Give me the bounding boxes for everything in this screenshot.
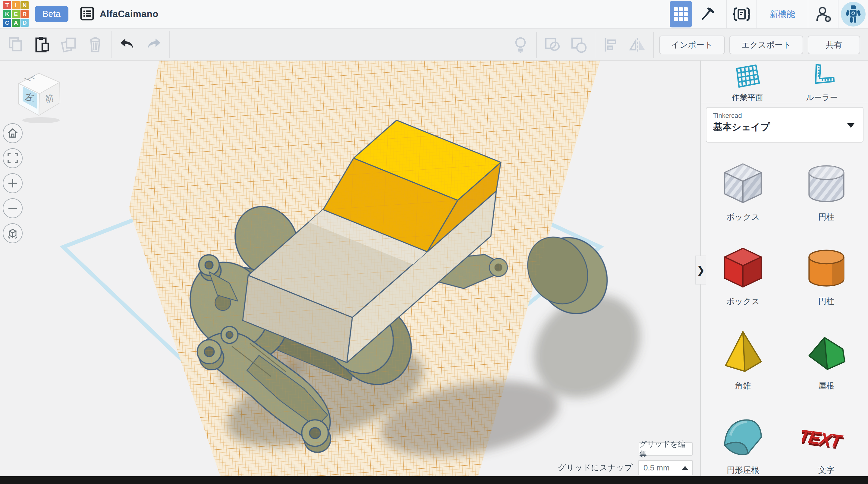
logo-tile-K: K [3,10,11,18]
logo-tile-T: T [3,1,11,9]
workplane-icon [733,62,763,90]
minus-icon [7,203,18,214]
snap-grid-label: グリッドにスナップ [558,462,632,473]
tinkercad-app: TINKERCAD Beta AlfaCaimano 新機能 [0,0,868,484]
share-button[interactable]: 共有 [808,36,860,54]
shape-panel-toggle-button[interactable] [670,1,692,27]
shape-item-cylinder[interactable]: 円柱 [785,235,868,320]
round-roof-icon [719,412,767,460]
copy-icon [8,37,24,53]
redo-button[interactable] [141,33,167,57]
view-controls [3,123,23,243]
grid-icon [674,7,688,21]
logo-tile-D: D [21,19,29,27]
ruler-tool[interactable]: ルーラー [792,62,852,103]
shape-label: 屋根 [818,380,835,391]
lightbulb-icon [514,36,527,53]
minecraft-export-button[interactable] [693,2,722,26]
category-name: 基本シェイプ [713,121,856,133]
align-button[interactable] [598,33,624,57]
text-icon: TEXT TEXT [802,412,850,460]
snap-grid-select[interactable]: 0.5 mm [638,460,693,475]
mirror-icon [629,37,646,53]
shape-gallery: ボックス 円柱 ボックス 円柱 角錐 屋根 円形屋根 TEXT TEXT文字 [701,151,868,484]
shape-item-text[interactable]: TEXT TEXT文字 [785,404,868,484]
codeblocks-icon [733,7,750,21]
paste-icon [34,36,50,53]
undo-icon [119,37,135,52]
export-button[interactable]: エクスポート [730,36,803,54]
tinkercad-logo[interactable]: TINKERCAD [3,1,29,27]
workplane-tool[interactable]: 作業平面 [717,62,778,103]
box-icon [719,243,767,292]
ungroup-icon [570,37,587,53]
header-right-cluster: 新機能 [665,0,868,28]
shape-item-box[interactable]: ボックス [701,235,785,320]
sidebar-collapse-tab[interactable]: ❯ [695,255,706,284]
duplicate-button[interactable] [56,33,82,57]
robot-avatar-icon [843,4,864,25]
mirror-button[interactable] [624,33,651,57]
shape-label: 文字 [818,465,835,476]
box-hole-icon [719,159,767,207]
duplicate-icon [61,36,77,53]
new-features-link[interactable]: 新機能 [757,8,808,20]
shape-item-roof[interactable]: 屋根 [785,320,868,404]
logo-tile-E: E [12,10,20,18]
add-person-icon [815,6,832,23]
ruler-icon [807,62,837,90]
shape-category-dropdown[interactable]: Tinkercad 基本シェイプ [706,107,864,143]
caret-up-icon [682,466,688,470]
design-title[interactable]: AlfaCaimano [100,9,158,20]
logo-tile-A: A [12,19,20,27]
beta-button[interactable]: Beta [35,6,68,22]
roof-icon [802,328,850,376]
group-icon [544,37,561,53]
snap-grid-value: 0.5 mm [644,463,670,473]
shape-item-round-roof[interactable]: 円形屋根 [701,404,785,484]
viewport-3d[interactable]: Tinkercad [0,61,701,484]
group-button[interactable] [539,33,566,57]
fit-view-icon [7,153,18,164]
copy-button[interactable] [2,33,29,57]
logo-tile-R: R [21,10,29,18]
paste-button[interactable] [29,33,56,57]
shape-label: 円柱 [818,296,835,307]
design-properties-icon[interactable] [80,6,94,22]
redo-icon [145,37,162,52]
shape-item-cylinder-hole[interactable]: 円柱 [785,151,868,235]
cylinder-icon [802,243,850,292]
perspective-toggle-button[interactable] [3,223,23,243]
home-view-button[interactable] [3,123,23,143]
shape-label: ボックス [726,212,760,222]
show-all-button[interactable] [507,33,534,57]
shape-label: 円柱 [818,212,835,222]
logo-tile-C: C [3,19,11,27]
zoom-out-button[interactable] [3,198,23,218]
shapes-sidebar: 作業平面 ルーラー Tinkercad 基本シェイプ ボックス 円柱 [701,61,868,484]
undo-button[interactable] [114,33,141,57]
scene-3d: Tinkercad [0,61,700,484]
view-cube[interactable]: 上 左 前 [11,67,67,124]
trash-icon [88,36,102,53]
align-icon [603,37,619,53]
delete-button[interactable] [82,33,108,57]
import-button[interactable]: インポート [659,36,725,54]
invite-people-button[interactable] [810,2,836,26]
zoom-in-button[interactable] [3,173,23,193]
ruler-label: ルーラー [806,92,838,103]
fit-view-button[interactable] [3,148,23,168]
user-avatar[interactable] [841,2,866,27]
library-name: Tinkercad [713,112,856,120]
logo-tile-I: I [12,1,20,9]
workplane-label: 作業平面 [732,92,763,103]
pyramid-icon [719,328,767,376]
codeblocks-button[interactable] [728,2,755,26]
toolbar-divider [169,31,170,58]
logo-tile-N: N [21,1,29,9]
shape-item-box-hole[interactable]: ボックス [701,151,785,235]
ungroup-button[interactable] [566,33,592,57]
shape-item-pyramid[interactable]: 角錐 [701,320,785,404]
edit-grid-button[interactable]: グリッドを編集 [639,442,693,456]
edit-toolbar: インポート エクスポート 共有 [0,29,868,61]
